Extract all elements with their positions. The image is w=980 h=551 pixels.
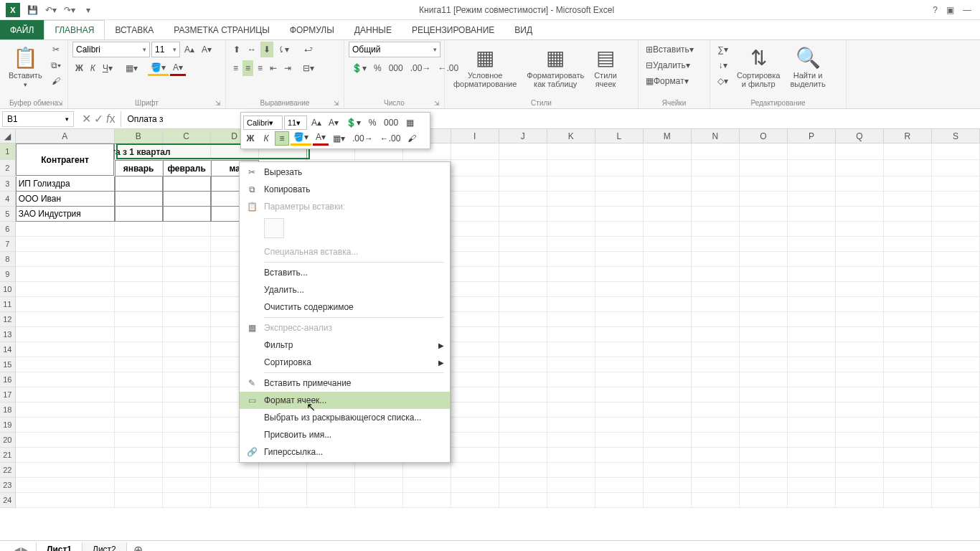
cell[interactable] (884, 493, 932, 508)
decrease-indent-icon[interactable]: ⇤ (267, 60, 280, 76)
cell[interactable] (932, 433, 980, 448)
cell[interactable] (499, 387, 547, 402)
cell[interactable] (163, 463, 211, 478)
cell[interactable] (16, 342, 115, 357)
cell[interactable] (788, 463, 836, 478)
cell[interactable] (740, 297, 788, 312)
cell[interactable] (595, 267, 644, 282)
cell[interactable] (499, 433, 547, 448)
mini-font-color-icon[interactable]: A▾ (313, 131, 329, 146)
autosum-icon[interactable]: ∑▾ (715, 42, 731, 57)
cell[interactable] (451, 327, 499, 342)
sheet-next-icon[interactable]: ▶ (22, 545, 27, 551)
cell[interactable] (259, 478, 307, 493)
fill-icon[interactable]: ↓▾ (715, 57, 731, 73)
cell[interactable] (788, 176, 836, 192)
cell[interactable] (595, 463, 644, 478)
cell[interactable] (595, 207, 644, 222)
cell[interactable] (115, 387, 163, 402)
cell[interactable] (932, 143, 980, 160)
cell[interactable] (211, 478, 259, 493)
cell[interactable] (16, 357, 115, 372)
cell[interactable] (692, 282, 740, 297)
cell[interactable] (115, 493, 163, 508)
cell[interactable] (836, 297, 884, 312)
mini-fill-color-icon[interactable]: 🪣▾ (291, 131, 311, 146)
ctx-define-name[interactable]: Присвоить имя... (240, 426, 450, 443)
cell[interactable] (884, 342, 932, 357)
cell[interactable] (884, 237, 932, 252)
col-header-P[interactable]: P (788, 129, 836, 143)
cell[interactable] (115, 267, 163, 282)
col-header-L[interactable]: L (595, 129, 644, 143)
cell[interactable] (836, 342, 884, 357)
cell[interactable] (547, 433, 595, 448)
tab-review[interactable]: РЕЦЕНЗИРОВАНИЕ (402, 20, 504, 39)
cell[interactable] (740, 433, 788, 448)
cell[interactable] (115, 327, 163, 342)
cell[interactable] (884, 312, 932, 327)
cell[interactable] (644, 237, 692, 252)
cell[interactable] (16, 372, 115, 387)
col-header-J[interactable]: J (499, 129, 547, 143)
cell[interactable] (932, 312, 980, 327)
cell[interactable] (595, 478, 644, 493)
cell[interactable] (595, 192, 644, 207)
increase-indent-icon[interactable]: ⇥ (281, 60, 294, 76)
cell[interactable] (884, 463, 932, 478)
cell[interactable] (740, 207, 788, 222)
ribbon-display-icon[interactable]: ▣ (946, 5, 954, 15)
cell[interactable] (788, 160, 836, 176)
sheet-tab-1[interactable]: Лист1 (36, 542, 83, 551)
cell[interactable] (115, 448, 163, 463)
cell[interactable] (644, 402, 692, 418)
cell[interactable] (499, 342, 547, 357)
cell[interactable] (932, 387, 980, 402)
cell[interactable] (644, 418, 692, 433)
cell[interactable] (788, 192, 836, 207)
cell[interactable] (788, 448, 836, 463)
cell[interactable] (692, 463, 740, 478)
cell[interactable] (451, 160, 499, 176)
cell[interactable] (499, 252, 547, 267)
align-left-icon[interactable]: ≡ (230, 60, 241, 76)
cell[interactable] (788, 433, 836, 448)
cell[interactable] (499, 297, 547, 312)
cell[interactable] (932, 282, 980, 297)
tab-page-layout[interactable]: РАЗМЕТКА СТРАНИЦЫ (164, 20, 280, 39)
row-header[interactable]: 17 (0, 387, 16, 402)
cell[interactable] (692, 493, 740, 508)
cell[interactable] (884, 143, 932, 160)
cell[interactable] (451, 176, 499, 192)
cell[interactable] (836, 372, 884, 387)
cell[interactable] (163, 357, 211, 372)
font-size-combo[interactable]: 11▾ (151, 42, 180, 57)
cell[interactable] (644, 222, 692, 237)
cell[interactable] (355, 493, 403, 508)
cell[interactable] (547, 312, 595, 327)
cell[interactable] (644, 448, 692, 463)
row-header[interactable]: 7 (0, 237, 16, 252)
cell[interactable] (595, 327, 644, 342)
align-top-icon[interactable]: ⬆ (230, 42, 243, 57)
row-header[interactable]: 9 (0, 267, 16, 282)
ctx-comment[interactable]: ✎Вставить примечание (240, 375, 450, 392)
cell[interactable] (836, 433, 884, 448)
col-header-M[interactable]: M (644, 129, 692, 143)
cell[interactable] (499, 282, 547, 297)
qat-customize-icon[interactable]: ▾ (82, 4, 95, 17)
cell[interactable] (355, 478, 403, 493)
cell[interactable] (788, 237, 836, 252)
cell[interactable] (692, 297, 740, 312)
increase-decimal-icon[interactable]: .00→ (407, 60, 434, 76)
cell[interactable] (788, 252, 836, 267)
cell[interactable] (547, 222, 595, 237)
redo-icon[interactable]: ↷▾ (63, 4, 76, 17)
cell[interactable] (499, 237, 547, 252)
align-center-icon[interactable]: ≡ (242, 60, 253, 76)
cell[interactable] (836, 493, 884, 508)
cell[interactable] (547, 176, 595, 192)
ctx-copy[interactable]: ⧉Копировать (240, 181, 450, 198)
cell[interactable]: зта з 1 квартал (114, 143, 163, 160)
cell[interactable] (451, 448, 499, 463)
